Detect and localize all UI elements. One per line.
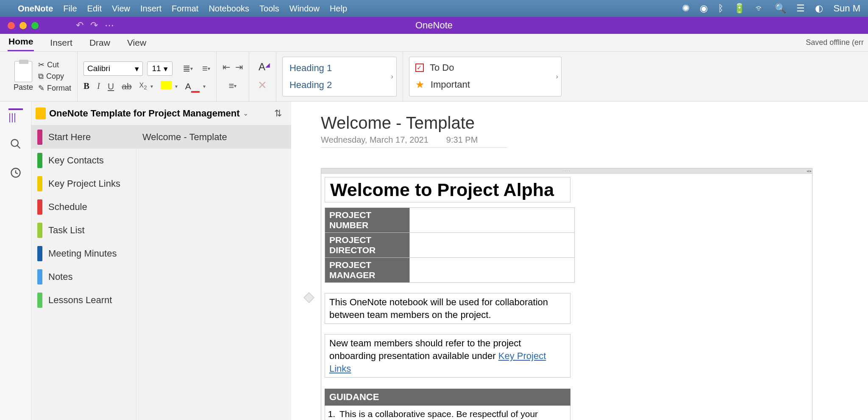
clipboard-group: Paste ✂ Cut ⧉ Copy ✎ Format xyxy=(8,52,78,101)
wifi-icon[interactable]: ᯤ xyxy=(755,3,765,14)
bold-button[interactable]: B xyxy=(83,81,89,91)
sort-pages-button[interactable]: ⇅ xyxy=(274,108,282,119)
delete-button[interactable]: ✕ xyxy=(258,79,267,92)
cut-button[interactable]: ✂ Cut xyxy=(38,60,71,69)
note-container[interactable]: ···· Welcome to Project Alpha PROJECT NU… xyxy=(321,168,812,420)
underline-button[interactable]: U xyxy=(108,81,114,91)
menu-tools[interactable]: Tools xyxy=(259,4,279,14)
tab-draw[interactable]: Draw xyxy=(89,34,111,51)
style-heading2[interactable]: Heading 2 xyxy=(289,80,389,91)
recent-icon[interactable] xyxy=(10,167,22,179)
page-canvas[interactable]: Welcome - Template Wednesday, March 17, … xyxy=(291,102,868,420)
bullets-button[interactable]: ≣ xyxy=(183,63,190,74)
bluetooth-icon[interactable]: ᛒ xyxy=(718,3,723,14)
window-zoom-button[interactable] xyxy=(31,22,39,29)
tag-todo[interactable]: ✓To Do xyxy=(415,62,555,73)
font-color-button[interactable]: A xyxy=(185,81,200,91)
section-key-contacts[interactable]: Key Contacts xyxy=(31,149,136,172)
tags-gallery[interactable]: ✓To Do ★Important xyxy=(409,57,562,97)
page-time: 9:31 PM xyxy=(446,135,478,145)
menu-help[interactable]: Help xyxy=(330,4,347,14)
clear-formatting-button[interactable]: A◢ xyxy=(259,61,270,73)
menu-clock[interactable]: Sun M xyxy=(833,3,860,14)
styles-expand-icon[interactable]: › xyxy=(391,73,393,80)
status-icon-1[interactable]: ✺ xyxy=(682,3,690,14)
svg-point-0 xyxy=(11,140,18,146)
page-date: Wednesday, March 17, 2021 xyxy=(321,135,428,145)
ribbon-toolbar: Paste ✂ Cut ⧉ Copy ✎ Format Calibri▾ 11▾… xyxy=(0,52,868,102)
copy-button[interactable]: ⧉ Copy xyxy=(38,72,71,81)
section-start-here[interactable]: Start Here xyxy=(31,125,136,149)
align-button[interactable]: ≡ xyxy=(228,80,234,91)
app-menu[interactable]: OneNote xyxy=(18,4,53,14)
tab-view[interactable]: View xyxy=(126,34,147,51)
numbering-button[interactable]: ≡ xyxy=(202,63,208,74)
tag-important[interactable]: ★Important xyxy=(415,79,555,91)
strikethrough-button[interactable]: ab xyxy=(122,81,131,91)
quick-access-more[interactable]: ⋯ xyxy=(105,20,114,31)
format-group: A◢ ✕ xyxy=(249,52,276,101)
table-row: PROJECT NUMBER xyxy=(325,208,575,233)
tab-home[interactable]: Home xyxy=(8,33,34,51)
menu-insert[interactable]: Insert xyxy=(140,4,161,14)
star-icon: ★ xyxy=(415,79,425,91)
section-key-project-links[interactable]: Key Project Links xyxy=(31,172,136,195)
notebook-icon xyxy=(36,108,46,119)
tab-insert[interactable]: Insert xyxy=(49,34,73,51)
guidance-header[interactable]: GUIDANCE xyxy=(325,389,570,406)
menu-notebooks[interactable]: Notebooks xyxy=(209,4,249,14)
window-close-button[interactable] xyxy=(8,22,15,29)
note-heading[interactable]: Welcome to Project Alpha xyxy=(325,177,570,202)
menu-edit[interactable]: Edit xyxy=(87,4,102,14)
section-meeting-minutes[interactable]: Meeting Minutes xyxy=(31,242,136,265)
sections-list: Start Here Key Contacts Key Project Link… xyxy=(31,125,136,420)
subscript-button[interactable]: X2 xyxy=(139,82,147,91)
paste-button[interactable]: Paste xyxy=(14,61,33,92)
project-meta-table[interactable]: PROJECT NUMBER PROJECT DIRECTOR PROJECT … xyxy=(325,207,575,283)
note-tag-icon[interactable] xyxy=(303,292,314,303)
styles-gallery[interactable]: Heading 1 Heading 2 xyxy=(282,57,397,97)
menu-file[interactable]: File xyxy=(63,4,77,14)
notebook-title: OneNote Template for Project Management xyxy=(49,108,239,119)
tags-group: ✓To Do ★Important › xyxy=(403,52,568,101)
highlight-button[interactable] xyxy=(161,81,172,91)
status-icon-2[interactable]: ◉ xyxy=(700,3,708,14)
window-minimize-button[interactable] xyxy=(19,22,27,29)
container-handle[interactable]: ···· xyxy=(321,169,812,174)
notebook-dropdown-icon[interactable]: ⌄ xyxy=(243,109,248,117)
control-center-icon[interactable]: ☰ xyxy=(796,3,805,14)
paste-label: Paste xyxy=(14,83,33,92)
section-notes[interactable]: Notes xyxy=(31,265,136,288)
page-title[interactable]: Welcome - Template xyxy=(321,113,868,133)
notebook-header[interactable]: OneNote Template for Project Management … xyxy=(31,102,291,125)
page-welcome-template[interactable]: Welcome - Template xyxy=(136,125,291,149)
section-lessons-learnt[interactable]: Lessons Learnt xyxy=(31,288,136,312)
onboarding-paragraph[interactable]: New team members should refer to the pro… xyxy=(325,334,570,378)
font-size-select[interactable]: 11▾ xyxy=(147,61,172,76)
guidance-box[interactable]: GUIDANCE This is a collaborative space. … xyxy=(325,389,570,420)
battery-icon[interactable]: 🔋 xyxy=(734,3,745,14)
style-heading1[interactable]: Heading 1 xyxy=(289,63,389,74)
spotlight-icon[interactable]: 🔍 xyxy=(775,3,786,14)
search-icon[interactable] xyxy=(10,138,22,150)
siri-icon[interactable]: ◐ xyxy=(815,3,823,14)
window-title: OneNote xyxy=(415,20,453,31)
outdent-button[interactable]: ⇤ xyxy=(223,62,230,73)
notebooks-icon[interactable]: ꔖ xyxy=(8,108,23,121)
list-item[interactable]: This is a collaborative space. Be respec… xyxy=(338,408,566,420)
section-task-list[interactable]: Task List xyxy=(31,218,136,242)
indent-button[interactable]: ⇥ xyxy=(235,62,243,73)
redo-button[interactable]: ↷ xyxy=(90,20,98,31)
menu-format[interactable]: Format xyxy=(172,4,198,14)
menu-view[interactable]: View xyxy=(112,4,130,14)
italic-button[interactable]: I xyxy=(97,81,100,91)
font-group: Calibri▾ 11▾ ≣▾ ≡▾ B I U ab X2▾ ▾ A▾ xyxy=(78,52,217,101)
font-family-select[interactable]: Calibri▾ xyxy=(83,61,143,76)
guidance-list[interactable]: This is a collaborative space. Be respec… xyxy=(325,406,570,420)
intro-paragraph[interactable]: This OneNote notebook will be used for c… xyxy=(325,293,570,324)
tags-expand-icon[interactable]: › xyxy=(556,73,558,80)
menu-window[interactable]: Window xyxy=(289,4,320,14)
format-painter-button[interactable]: ✎ Format xyxy=(38,83,71,93)
undo-button[interactable]: ↶ xyxy=(76,20,83,31)
section-schedule[interactable]: Schedule xyxy=(31,195,136,218)
